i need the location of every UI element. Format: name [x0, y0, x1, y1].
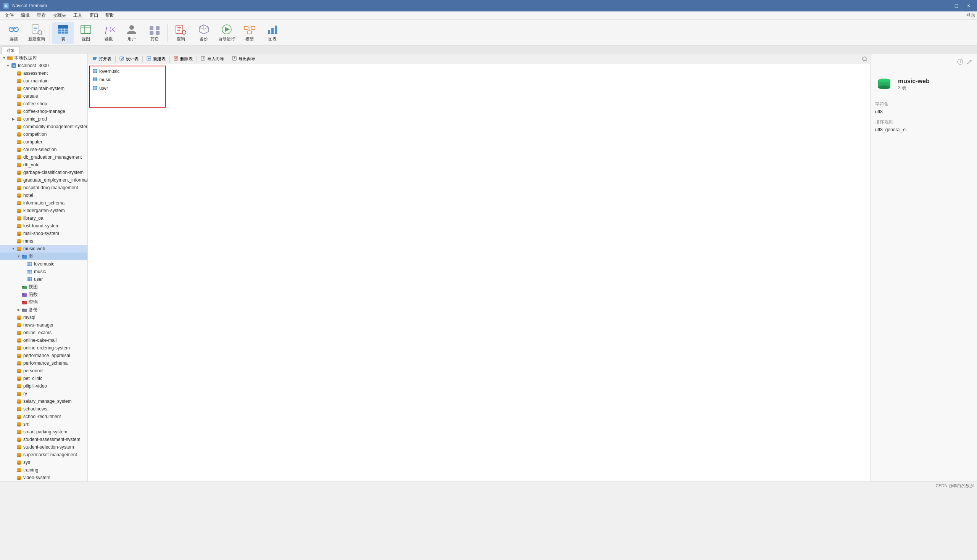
- sidebar-table-user[interactable]: ▶ user: [0, 275, 87, 283]
- sidebar-db-online-cake-mall[interactable]: ▶ online-cake-mall: [0, 337, 87, 344]
- menu-edit[interactable]: 编辑: [18, 12, 33, 20]
- sidebar-db-personnel[interactable]: ▶ personnel: [0, 367, 87, 375]
- sidebar-db-sm[interactable]: ▶ sm: [0, 420, 87, 428]
- sidebar-db-mysql[interactable]: ▶ mysql: [0, 313, 87, 321]
- menu-file[interactable]: 文件: [2, 12, 17, 20]
- import-button[interactable]: 导入向导: [198, 55, 227, 63]
- sidebar-table-lovemusic[interactable]: ▶ lovemusic: [0, 260, 87, 268]
- sidebar-db-car-maintain-system[interactable]: ▶ car-maintain-system: [0, 85, 87, 92]
- sidebar-views-folder[interactable]: ▶ 视图: [0, 283, 87, 291]
- sidebar-db-training[interactable]: ▶ training: [0, 466, 87, 474]
- sidebar-db-carsale[interactable]: ▶ carsale: [0, 92, 87, 100]
- user-button[interactable]: 用户: [121, 22, 142, 44]
- sidebar-db-mms[interactable]: ▶ mms: [0, 237, 87, 245]
- sidebar-connection-localhost[interactable]: ▼ N localhost_3000: [0, 62, 87, 70]
- open-table-button[interactable]: 打开表: [89, 55, 115, 63]
- function-button[interactable]: f (x) 函数: [98, 22, 119, 44]
- sidebar-db-video-system[interactable]: ▶ video-system: [0, 474, 87, 482]
- sidebar-db-db-grad[interactable]: ▶ db_graduation_management: [0, 153, 87, 161]
- sidebar-db-performance-schema[interactable]: ▶ performance_schema: [0, 359, 87, 367]
- view-button[interactable]: 视图: [75, 22, 97, 44]
- sidebar-db-coffee-shop[interactable]: ▶ coffee-shop: [0, 100, 87, 108]
- sidebar-db-performance-appraisal[interactable]: ▶ performance_appraisal: [0, 352, 87, 359]
- new-table-button[interactable]: 新建表: [144, 55, 169, 63]
- table-item-music[interactable]: music: [91, 75, 867, 84]
- sidebar-db-hospital[interactable]: ▶ hospital-drug-management: [0, 184, 87, 192]
- sidebar-db-pilipili[interactable]: ▶ pilipili-video: [0, 382, 87, 390]
- table-button[interactable]: 表: [52, 22, 73, 44]
- svg-point-112: [17, 234, 22, 236]
- expand-local-icon[interactable]: ▼: [2, 55, 7, 61]
- delete-table-button[interactable]: 删除表: [170, 55, 196, 63]
- design-table-button[interactable]: 设计表: [116, 55, 142, 63]
- sidebar-db-graduate[interactable]: ▶ graduate_employment_information: [0, 176, 87, 184]
- sidebar-db-commodity[interactable]: ▶ commodity-management-system: [0, 123, 87, 130]
- sidebar-db-lost-found[interactable]: ▶ lost-found-system: [0, 222, 87, 230]
- sidebar-db-student-assessment[interactable]: ▶ student-assessment-system: [0, 436, 87, 443]
- sidebar-db-computer[interactable]: ▶ computer: [0, 138, 87, 146]
- sidebar-backup-folder[interactable]: ▶ 备份: [0, 306, 87, 313]
- info-icon[interactable]: i: [957, 59, 963, 66]
- sidebar-db-school-recruitment[interactable]: ▶ school-recruitment: [0, 413, 87, 420]
- table-item-user[interactable]: user: [91, 84, 867, 92]
- sidebar-db-hotel[interactable]: ▶ hotel: [0, 192, 87, 199]
- sidebar-db-mall-shop[interactable]: ▶ mall-shop-system: [0, 230, 87, 237]
- maximize-button[interactable]: □: [951, 2, 962, 10]
- sidebar-db-kindergarten[interactable]: ▶ kindergarten-system: [0, 207, 87, 214]
- sidebar-functions-folder[interactable]: ▶ 函数: [0, 291, 87, 298]
- autorun-button[interactable]: 自动运行: [216, 22, 237, 44]
- export-button[interactable]: 导出向导: [229, 55, 258, 63]
- backup-button[interactable]: 备份: [193, 22, 214, 44]
- other-button[interactable]: 其它: [144, 22, 165, 44]
- sidebar-db-student-selection[interactable]: ▶ student-selection-system: [0, 443, 87, 451]
- new-query-button[interactable]: 新建查询: [26, 22, 47, 44]
- sidebar-db-competition[interactable]: ▶ competition: [0, 130, 87, 138]
- close-button[interactable]: ×: [963, 2, 974, 10]
- sidebar-db-salary[interactable]: ▶ salary_manage_system: [0, 397, 87, 405]
- table-item-lovemusic[interactable]: lovemusic: [91, 67, 867, 75]
- sidebar-db-course-selection[interactable]: ▶ course-selection: [0, 146, 87, 153]
- sidebar-section-local-db[interactable]: ▼ 本地数据库: [0, 54, 87, 62]
- sidebar-db-online-exams[interactable]: ▶ online_exams: [0, 329, 87, 337]
- sidebar-db-online-ordering[interactable]: ▶ online-ordering-system: [0, 344, 87, 352]
- sidebar-db-schoolnews[interactable]: ▶ schoolnews: [0, 405, 87, 413]
- db-label: schoolnews: [23, 406, 47, 412]
- sidebar-db-garbage[interactable]: ▶ garbage-classification-system: [0, 168, 87, 176]
- sidebar-db-db-vote[interactable]: ▶ db_vote: [0, 161, 87, 168]
- db-label: car-maintain: [23, 78, 48, 83]
- sidebar-db-car-maintain[interactable]: ▶ car-maintain: [0, 77, 87, 85]
- sidebar-db-assessment[interactable]: ▶ assessment: [0, 70, 87, 77]
- sidebar-db-supermarket[interactable]: ▶ supermarket-management: [0, 451, 87, 458]
- sidebar-db-smart-parking[interactable]: ▶ smart-parking-system: [0, 428, 87, 436]
- sidebar-queries-folder[interactable]: ▶ 查询: [0, 298, 87, 306]
- db-label: carsale: [23, 93, 38, 99]
- sidebar-tables-folder[interactable]: ▼ 表: [0, 253, 87, 260]
- sidebar-db-information-schema[interactable]: ▶ information_schema: [0, 199, 87, 207]
- expand-localhost-icon[interactable]: ▼: [5, 63, 11, 68]
- sidebar-db-library[interactable]: ▶ library_oa: [0, 214, 87, 222]
- chart-button[interactable]: 图表: [262, 22, 283, 44]
- menu-tools[interactable]: 工具: [70, 12, 85, 20]
- menu-window[interactable]: 窗口: [86, 12, 102, 20]
- menu-help[interactable]: 帮助: [102, 12, 117, 20]
- sidebar-db-music-web[interactable]: ▼ music-web: [0, 245, 87, 253]
- connect-button[interactable]: 连接: [3, 22, 24, 44]
- sidebar-db-coffee-shop-manage[interactable]: ▶ coffee-shop-manage: [0, 108, 87, 115]
- query2-button[interactable]: 查询: [170, 22, 192, 44]
- menu-favorites[interactable]: 收藏夹: [50, 12, 70, 20]
- db-icon: [16, 93, 22, 99]
- sidebar-db-sys[interactable]: ▶ sys: [0, 458, 87, 466]
- sidebar-db-ry[interactable]: ▶ ry: [0, 390, 87, 397]
- minimize-button[interactable]: −: [939, 2, 950, 10]
- tab-objects[interactable]: 对象: [2, 47, 20, 54]
- model-button[interactable]: 模型: [239, 22, 260, 44]
- db-label: information_schema: [23, 200, 65, 206]
- sidebar-db-comic-prod[interactable]: ▶ comic_prod: [0, 115, 87, 123]
- edit-icon[interactable]: [966, 59, 972, 66]
- search-button[interactable]: [861, 55, 868, 63]
- sidebar-db-news-manager[interactable]: ▶ news-manager: [0, 321, 87, 329]
- tables-folder-icon: [22, 253, 27, 259]
- sidebar-table-music[interactable]: ▶ music: [0, 268, 87, 275]
- sidebar-db-pet-clinic[interactable]: ▶ pet_clinic: [0, 375, 87, 382]
- menu-view[interactable]: 查看: [33, 12, 49, 20]
